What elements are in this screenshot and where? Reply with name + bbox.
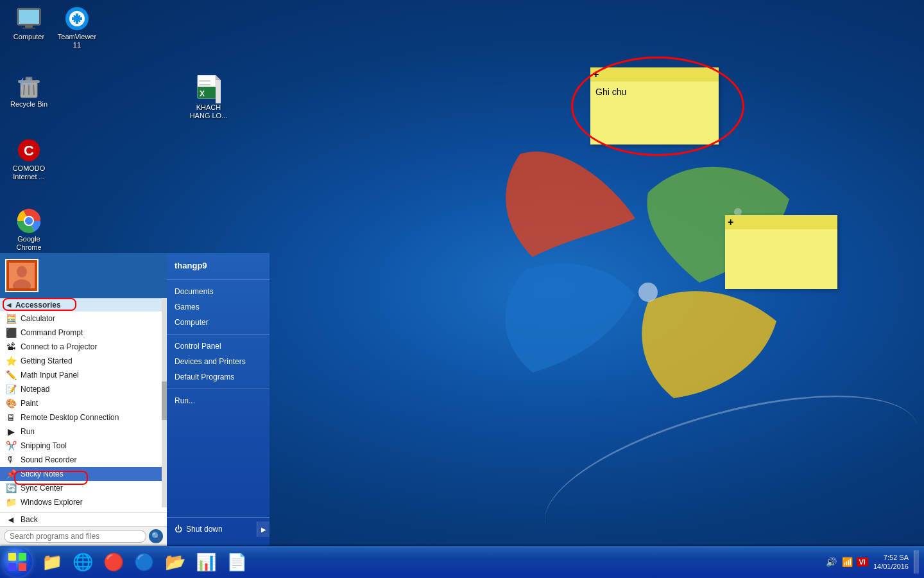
svg-rect-20 xyxy=(199,84,210,85)
teamviewer-icon xyxy=(64,6,90,31)
excel-tb-icon: 📊 xyxy=(196,552,216,572)
notepad-icon: 📝 xyxy=(5,383,17,395)
computer-icon-label: Computer xyxy=(13,33,44,41)
back-label: Back xyxy=(21,515,38,524)
menu-item-command-prompt[interactable]: ⬛ Command Prompt xyxy=(0,326,162,340)
right-item-devices-printers[interactable]: Devices and Printers xyxy=(167,354,270,369)
menu-item-sync-center[interactable]: 🔄 Sync Center xyxy=(0,481,162,495)
sync-center-icon: 🔄 xyxy=(5,482,17,494)
svg-rect-6 xyxy=(25,25,33,28)
tray-date: 14/01/2016 xyxy=(873,562,909,571)
desktop-icon-teamviewer[interactable]: TeamViewer11 xyxy=(51,3,103,52)
menu-item-run[interactable]: ▶ Run xyxy=(0,425,162,439)
chrome-icon xyxy=(16,208,42,234)
start-button[interactable] xyxy=(0,546,35,578)
comodo-icon: C xyxy=(16,137,42,163)
run-icon: ▶ xyxy=(5,426,17,437)
taskbar-item-word[interactable]: 📄 xyxy=(222,548,252,576)
svg-point-0 xyxy=(638,283,658,302)
windows-explorer-icon: 📁 xyxy=(5,496,17,508)
shutdown-arrow-button[interactable]: ▶ xyxy=(257,521,270,537)
calculator-label: Calculator xyxy=(21,314,55,323)
tray-clock: 7:52 SA xyxy=(873,553,909,562)
svg-marker-18 xyxy=(216,75,221,80)
tray-volume-icon[interactable]: 🔊 xyxy=(825,556,838,568)
right-item-computer[interactable]: Computer xyxy=(167,315,270,330)
khach-hang-label: KHACHHANG LO... xyxy=(190,103,228,120)
calculator-icon: 🧮 xyxy=(5,313,17,324)
connect-projector-label: Connect to a Projector xyxy=(21,342,97,351)
menu-item-sound-recorder[interactable]: 🎙 Sound Recorder xyxy=(0,453,162,467)
svg-rect-7 xyxy=(22,28,35,29)
desktop-icon-chrome[interactable]: GoogleChrome xyxy=(3,206,55,254)
menu-item-math-input[interactable]: ✏️ Math Input Panel xyxy=(0,368,162,382)
sound-recorder-label: Sound Recorder xyxy=(21,455,76,464)
taskbar-item-file-manager[interactable]: 📂 xyxy=(160,548,190,576)
menu-item-getting-started[interactable]: ⭐ Getting Started xyxy=(0,354,162,368)
taskbar-item-explorer[interactable]: 📁 xyxy=(37,548,67,576)
desktop-icon-recycle-bin[interactable]: Recycle Bin xyxy=(3,71,55,111)
taskbar-item-excel[interactable]: 📊 xyxy=(191,548,221,576)
tray-show-desktop-icon[interactable] xyxy=(914,550,919,574)
start-search-bar: 🔍 xyxy=(0,526,167,546)
svg-rect-36 xyxy=(19,563,26,571)
desktop-icon-computer[interactable]: Computer xyxy=(3,3,55,44)
menu-item-connect-projector[interactable]: 📽 Connect to a Projector xyxy=(0,340,162,354)
snipping-tool-icon: ✂️ xyxy=(5,440,17,451)
tray-network-icon[interactable]: 📶 xyxy=(841,556,854,568)
right-item-run[interactable]: Run... xyxy=(167,393,270,408)
search-button[interactable]: 🔍 xyxy=(149,529,163,543)
math-input-icon: ✏️ xyxy=(5,369,17,381)
menu-item-notepad[interactable]: 📝 Notepad xyxy=(0,382,162,396)
shutdown-button[interactable]: ⏻ Shut down xyxy=(167,522,257,536)
taskbar-item-ie[interactable]: 🌐 xyxy=(68,548,98,576)
taskbar-items: 📁 🌐 🔴 🔵 📂 📊 📄 xyxy=(35,546,819,578)
notepad-label: Notepad xyxy=(21,385,49,394)
accessories-header: ◄ Accessories xyxy=(0,298,162,311)
excel-file-icon: X xyxy=(196,76,221,102)
svg-rect-5 xyxy=(19,10,39,24)
menu-item-calculator[interactable]: 🧮 Calculator xyxy=(0,311,162,326)
right-item-default-programs[interactable]: Default Programs xyxy=(167,369,270,385)
tray-language-icon[interactable]: VI xyxy=(857,557,868,566)
sticky-note-2[interactable]: + xyxy=(725,215,837,289)
recycle-bin-label: Recycle Bin xyxy=(10,100,47,109)
menu-item-snipping-tool[interactable]: ✂️ Snipping Tool xyxy=(0,439,162,453)
sticky-notes-label: Sticky Notes xyxy=(21,469,64,478)
chrome-label: GoogleChrome xyxy=(16,235,41,252)
sticky-note-1-header: + xyxy=(590,67,719,82)
menu-item-paint[interactable]: 🎨 Paint xyxy=(0,396,162,410)
shutdown-label: Shut down xyxy=(186,525,223,534)
right-item-games[interactable]: Games xyxy=(167,299,270,315)
menu-item-sticky-notes[interactable]: 📌 Sticky Notes xyxy=(0,467,162,481)
menu-item-windows-explorer[interactable]: 📁 Windows Explorer xyxy=(0,495,162,509)
svg-rect-19 xyxy=(199,80,210,82)
scrollbar-thumb[interactable] xyxy=(162,381,167,420)
teamviewer-icon-label: TeamViewer11 xyxy=(58,33,96,49)
math-input-label: Math Input Panel xyxy=(21,371,79,380)
taskbar-item-opera[interactable]: 🔴 xyxy=(99,548,128,576)
remote-desktop-icon: 🖥 xyxy=(5,412,17,423)
desktop-icon-khach-hang[interactable]: X KHACHHANG LO... xyxy=(183,74,234,123)
sticky-note-1-body: Ghi chu xyxy=(590,82,719,102)
scrollbar-track[interactable] xyxy=(162,298,167,507)
right-item-control-panel[interactable]: Control Panel xyxy=(167,338,270,354)
sticky-note-1-text: Ghi chu xyxy=(595,87,626,97)
chrome-tb-icon: 🔵 xyxy=(134,552,155,572)
sync-center-label: Sync Center xyxy=(21,484,63,493)
back-button[interactable]: ◄ Back xyxy=(0,512,167,526)
desktop-icon-comodo[interactable]: C COMODOInternet ... xyxy=(3,135,55,184)
recycle-bin-icon xyxy=(16,73,42,99)
start-orb xyxy=(3,547,32,577)
sticky-note-2-body xyxy=(725,229,837,240)
menu-item-remote-desktop[interactable]: 🖥 Remote Desktop Connection xyxy=(0,410,162,425)
connect-projector-icon: 📽 xyxy=(5,341,17,353)
taskbar-item-chrome[interactable]: 🔵 xyxy=(130,548,159,576)
opera-tb-icon: 🔴 xyxy=(103,552,124,572)
getting-started-icon: ⭐ xyxy=(5,355,17,367)
right-item-documents[interactable]: Documents xyxy=(167,284,270,299)
sticky-note-1[interactable]: + Ghi chu xyxy=(590,67,719,144)
svg-rect-35 xyxy=(8,563,16,571)
word-tb-icon: 📄 xyxy=(227,552,247,572)
search-input[interactable] xyxy=(4,530,146,543)
